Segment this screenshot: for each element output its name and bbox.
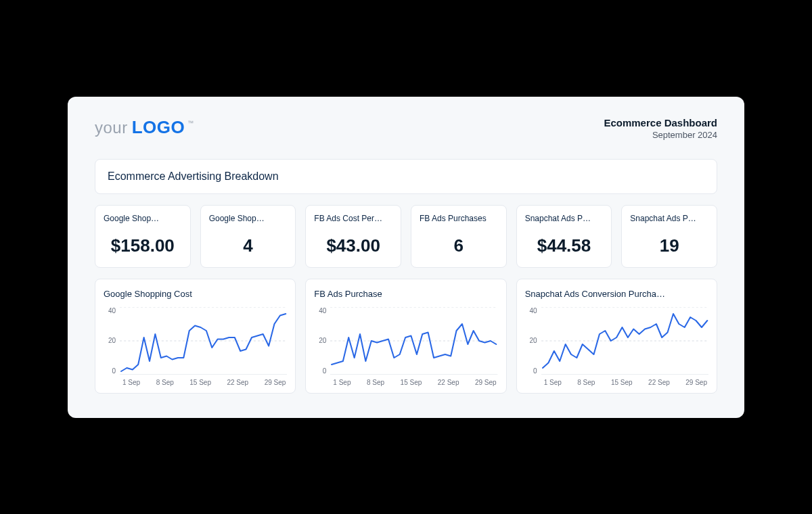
kpi-value: $158.00	[104, 235, 182, 256]
chart-x-axis: 1 Sep 8 Sep 15 Sep 22 Sep 29 Sep	[120, 379, 287, 386]
section-title: Ecommerce Advertising Breakdown	[95, 159, 717, 194]
x-tick: 15 Sep	[189, 379, 211, 386]
x-tick: 1 Sep	[544, 379, 562, 386]
kpi-label: FB Ads Cost Per…	[314, 214, 392, 223]
kpi-label: Snapchat Ads P…	[525, 214, 604, 223]
kpi-label: Google Shop…	[209, 214, 288, 223]
kpi-card: Snapchat Ads P… 19	[621, 205, 717, 268]
kpi-card: Google Shop… $158.00	[95, 205, 191, 268]
page-subtitle: September 2024	[604, 130, 717, 140]
kpi-card: Google Shop… 4	[200, 205, 296, 268]
logo-word-your: your	[95, 118, 128, 137]
chart-plot	[330, 307, 497, 375]
x-tick: 15 Sep	[611, 379, 633, 386]
chart-y-axis: 40 20 0	[525, 307, 537, 375]
chart-card-snapchat-ads-conversion: Snapchat Ads Conversion Purcha… 40 20 0 …	[516, 279, 717, 394]
chart-title: Snapchat Ads Conversion Purcha…	[525, 289, 708, 299]
chart-title: FB Ads Purchase	[314, 289, 497, 299]
chart-card-google-shopping-cost: Google Shopping Cost 40 20 0 1 Sep 8 Sep…	[95, 279, 296, 394]
page-title: Ecommerce Dashboard	[604, 117, 717, 128]
x-tick: 8 Sep	[156, 379, 174, 386]
kpi-value: 6	[420, 235, 498, 256]
y-tick: 0	[104, 367, 116, 375]
y-tick: 40	[104, 307, 116, 314]
logo-tm: ™	[187, 120, 194, 126]
x-tick: 22 Sep	[438, 379, 459, 386]
x-tick: 15 Sep	[401, 379, 422, 386]
x-tick: 22 Sep	[227, 379, 248, 386]
y-tick: 20	[104, 337, 116, 344]
chart-plot	[541, 307, 708, 375]
chart-x-axis: 1 Sep 8 Sep 15 Sep 22 Sep 29 Sep	[330, 379, 497, 386]
chart-y-axis: 40 20 0	[314, 307, 326, 375]
kpi-label: Google Shop…	[104, 214, 182, 223]
kpi-card: FB Ads Purchases 6	[411, 205, 507, 268]
kpi-label: Snapchat Ads P…	[630, 214, 708, 223]
chart-plot-wrap: 1 Sep 8 Sep 15 Sep 22 Sep 29 Sep	[541, 307, 708, 386]
x-tick: 8 Sep	[577, 379, 595, 386]
y-tick: 20	[314, 337, 326, 344]
chart-plot	[120, 307, 287, 375]
kpi-value: $44.58	[525, 235, 604, 256]
chart-body: 40 20 0 1 Sep 8 Sep 15 Sep 22 Sep 29 Sep	[104, 307, 287, 386]
kpi-card: FB Ads Cost Per… $43.00	[305, 205, 401, 268]
y-tick: 40	[314, 307, 326, 314]
kpi-grid: Google Shop… $158.00 Google Shop… 4 FB A…	[95, 205, 717, 268]
y-tick: 0	[314, 367, 326, 375]
chart-title: Google Shopping Cost	[104, 289, 287, 299]
y-tick: 20	[525, 337, 537, 344]
y-tick: 0	[525, 367, 537, 375]
x-tick: 1 Sep	[333, 379, 351, 386]
chart-body: 40 20 0 1 Sep 8 Sep 15 Sep 22 Sep 29 Sep	[525, 307, 708, 386]
x-tick: 8 Sep	[367, 379, 384, 386]
chart-y-axis: 40 20 0	[104, 307, 116, 375]
kpi-card: Snapchat Ads P… $44.58	[516, 205, 612, 268]
kpi-value: 19	[630, 235, 708, 256]
chart-plot-wrap: 1 Sep 8 Sep 15 Sep 22 Sep 29 Sep	[120, 307, 287, 386]
x-tick: 22 Sep	[648, 379, 670, 386]
chart-grid: Google Shopping Cost 40 20 0 1 Sep 8 Sep…	[95, 279, 717, 394]
chart-card-fb-ads-purchase: FB Ads Purchase 40 20 0 1 Sep 8 Sep 15 S…	[305, 279, 506, 394]
x-tick: 1 Sep	[122, 379, 140, 386]
dashboard-window: your LOGO ™ Ecommerce Dashboard Septembe…	[68, 97, 744, 418]
y-tick: 40	[525, 307, 537, 314]
kpi-value: 4	[209, 235, 288, 256]
kpi-label: FB Ads Purchases	[420, 214, 498, 223]
header-right: Ecommerce Dashboard September 2024	[604, 117, 717, 140]
kpi-value: $43.00	[314, 235, 392, 256]
logo-word-logo: LOGO	[132, 117, 185, 138]
logo: your LOGO ™	[95, 117, 195, 138]
x-tick: 29 Sep	[265, 379, 286, 386]
chart-body: 40 20 0 1 Sep 8 Sep 15 Sep 22 Sep 29 Sep	[314, 307, 497, 386]
header: your LOGO ™ Ecommerce Dashboard Septembe…	[95, 117, 717, 140]
chart-plot-wrap: 1 Sep 8 Sep 15 Sep 22 Sep 29 Sep	[330, 307, 497, 386]
x-tick: 29 Sep	[475, 379, 497, 386]
chart-x-axis: 1 Sep 8 Sep 15 Sep 22 Sep 29 Sep	[541, 379, 708, 386]
x-tick: 29 Sep	[685, 379, 707, 386]
